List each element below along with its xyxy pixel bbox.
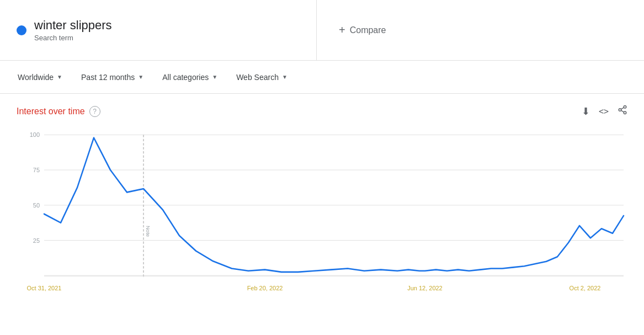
chart-actions: ⬇ <> (582, 105, 627, 118)
search-term-dot (17, 25, 26, 35)
search-bar: winter slippers Search term + Compare (0, 0, 644, 61)
chart-header: Interest over time ? ⬇ <> (17, 105, 627, 118)
x-label-jun2022: Jun 12, 2022 (407, 285, 443, 291)
search-term: winter slippers (34, 18, 112, 33)
filter-search-type[interactable]: Web Search ▼ (230, 68, 294, 86)
y-label-75: 75 (33, 167, 40, 173)
filter-time[interactable]: Past 12 months ▼ (74, 68, 150, 86)
note-label: Note (145, 226, 151, 237)
interest-chart: 100 75 50 25 Note Oct 31, 2021 Feb 20, 2… (17, 123, 627, 311)
help-icon[interactable]: ? (89, 106, 100, 117)
chart-title-group: Interest over time ? (17, 106, 100, 117)
chart-section: Interest over time ? ⬇ <> 100 75 (0, 94, 644, 316)
share-icon[interactable] (618, 105, 627, 118)
search-term-label: Search term (34, 34, 112, 42)
svg-line-4 (621, 108, 624, 109)
y-label-100: 100 (30, 131, 40, 138)
chart-title: Interest over time (17, 107, 85, 116)
filter-region-label: Worldwide (18, 73, 54, 82)
x-label-oct2022: Oct 2, 2022 (570, 285, 601, 291)
filter-time-label: Past 12 months (81, 73, 135, 82)
search-term-text: winter slippers Search term (34, 18, 112, 42)
compare-plus-icon: + (339, 24, 345, 36)
svg-line-3 (621, 110, 624, 112)
chevron-down-icon: ▼ (57, 74, 62, 80)
chart-container: 100 75 50 25 Note Oct 31, 2021 Feb 20, 2… (17, 123, 627, 311)
filter-category-label: All categories (162, 73, 209, 82)
svg-point-0 (624, 106, 626, 109)
chevron-down-icon: ▼ (138, 74, 143, 80)
filter-category[interactable]: All categories ▼ (156, 68, 224, 86)
y-label-50: 50 (33, 202, 40, 209)
x-label-oct2021: Oct 31, 2021 (27, 285, 62, 291)
chevron-down-icon: ▼ (212, 74, 217, 80)
filter-region[interactable]: Worldwide ▼ (11, 68, 69, 86)
download-icon[interactable]: ⬇ (582, 105, 590, 118)
filter-search-type-label: Web Search (236, 73, 279, 82)
compare-label: Compare (350, 25, 386, 35)
embed-icon[interactable]: <> (599, 107, 609, 116)
svg-point-2 (624, 111, 626, 114)
compare-button[interactable]: + Compare (339, 24, 386, 36)
svg-point-1 (619, 109, 621, 111)
y-label-25: 25 (33, 237, 40, 243)
search-term-section: winter slippers Search term (0, 0, 317, 60)
filter-bar: Worldwide ▼ Past 12 months ▼ All categor… (0, 61, 644, 94)
compare-section: + Compare (317, 0, 644, 60)
chevron-down-icon: ▼ (282, 74, 288, 80)
x-label-feb2022: Feb 20, 2022 (247, 285, 283, 291)
